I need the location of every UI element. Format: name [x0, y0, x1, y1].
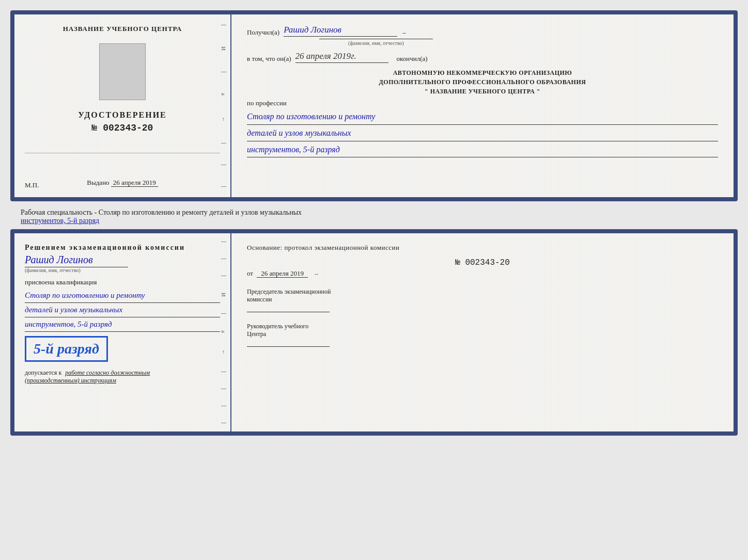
chairman-line1: Председатель экзаменационной: [247, 288, 718, 296]
issued-date: 26 апреля 2019: [111, 179, 158, 187]
cert-title: УДОСТОВЕРЕНИЕ: [78, 110, 167, 120]
org-title: АВТОНОМНУЮ НЕКОММЕРЧЕСКУЮ ОРГАНИЗАЦИЮ ДО…: [247, 68, 718, 96]
org-line3: " НАЗВАНИЕ УЧЕБНОГО ЦЕНТРА ": [247, 87, 718, 96]
bottom-name-sublabel: (фамилия, имя, отчество): [25, 267, 220, 273]
school-name-top: НАЗВАНИЕ УЧЕБНОГО ЦЕНТРА: [63, 25, 182, 33]
допускается-label: допускается к: [25, 369, 61, 376]
top-document: НАЗВАНИЕ УЧЕБНОГО ЦЕНТРА УДОСТОВЕРЕНИЕ №…: [10, 10, 738, 201]
bottom-right-panel: Основание: протокол экзаменационной коми…: [231, 233, 734, 431]
bottom-document: Решением экзаменационной комиссии Рашид …: [10, 229, 738, 436]
dash-sep: –: [402, 28, 406, 37]
rank-text: 5-й разряд: [34, 341, 99, 357]
received-row: Получил(а) Рашид Логинов –: [247, 25, 718, 37]
rank-box: 5-й разряд: [25, 336, 108, 362]
director-signature-line: [247, 346, 330, 347]
chairman-line2: комиссии: [247, 296, 718, 303]
middle-main-text: Рабочая специальность - Столяр по изгото…: [21, 209, 302, 216]
profession-line1: Столяр по изготовлению и ремонту: [247, 109, 718, 125]
finished-label: окончил(а): [397, 55, 428, 63]
qual-line3: инструментов, 5-й разряд: [25, 317, 220, 332]
qualification-label: присвоена квалификация: [25, 278, 220, 286]
in-that-label: в том, что он(а): [247, 55, 291, 63]
in-that-date: 26 апреля 2019г.: [295, 51, 388, 63]
bottom-edge-decoration: И а ←: [220, 233, 227, 431]
bottom-left-panel: Решением экзаменационной комиссии Рашид …: [14, 233, 231, 431]
org-line2: ДОПОЛНИТЕЛЬНОГО ПРОФЕССИОНАЛЬНОГО ОБРАЗО…: [247, 77, 718, 87]
director-line1: Руководитель учебного: [247, 323, 718, 330]
profession-line3: инструментов, 5-й разряд: [247, 142, 718, 158]
issued-label: Выдано: [87, 179, 109, 186]
middle-underlined-text: инструментов, 5-й разряд: [21, 217, 99, 225]
basis-label: Основание: протокол экзаменационной коми…: [247, 244, 718, 252]
middle-text-block: Рабочая специальность - Столяр по изгото…: [10, 204, 738, 229]
director-label: Руководитель учебного Центра: [247, 323, 718, 338]
photo-placeholder: [99, 43, 146, 100]
profession-line2: деталей и узлов музыкальных: [247, 126, 718, 141]
qual-line1: Столяр по изготовлению и ремонту: [25, 289, 220, 303]
commission-title: Решением экзаменационной комиссии: [25, 244, 220, 252]
from-date-row: от 26 апреля 2019 –: [247, 269, 718, 278]
protocol-number: № 002343-20: [247, 258, 718, 267]
edge-decoration: И а ←: [220, 14, 227, 197]
mp-label: М.П.: [25, 181, 39, 189]
in-that-row: в том, что он(а) 26 апреля 2019г. окончи…: [247, 51, 718, 63]
chairman-signature-line: [247, 312, 330, 312]
chairman-label: Председатель экзаменационной комиссии: [247, 288, 718, 303]
from-date-value: 26 апреля 2019: [257, 269, 308, 278]
qual-line2: деталей и узлов музыкальных: [25, 303, 220, 317]
допускается-line: допускается к работе согласно должностны…: [25, 369, 220, 377]
received-label: Получил(а): [247, 28, 279, 37]
top-right-panel: Получил(а) Рашид Логинов – (фамилия, имя…: [231, 14, 734, 197]
issued-line: Выдано 26 апреля 2019: [87, 173, 158, 187]
bottom-name: Рашид Логинов: [25, 254, 220, 266]
profession-label: по профессии: [247, 99, 718, 107]
work-label: работе согласно должностным: [65, 369, 150, 376]
org-line1: АВТОНОМНУЮ НЕКОММЕРЧЕСКУЮ ОРГАНИЗАЦИЮ: [247, 68, 718, 77]
page-wrapper: НАЗВАНИЕ УЧЕБНОГО ЦЕНТРА УДОСТОВЕРЕНИЕ №…: [5, 5, 743, 444]
from-dash: –: [315, 269, 318, 277]
name-sublabel-top: (фамилия, имя, отчество): [319, 39, 433, 46]
cert-number: № 002343-20: [92, 123, 153, 133]
top-left-panel: НАЗВАНИЕ УЧЕБНОГО ЦЕНТРА УДОСТОВЕРЕНИЕ №…: [14, 14, 231, 197]
from-label: от: [247, 269, 253, 277]
received-name: Рашид Логинов: [284, 25, 397, 37]
instructions-label: (производственным) инструкциям: [25, 377, 220, 385]
director-line2: Центра: [247, 330, 718, 338]
